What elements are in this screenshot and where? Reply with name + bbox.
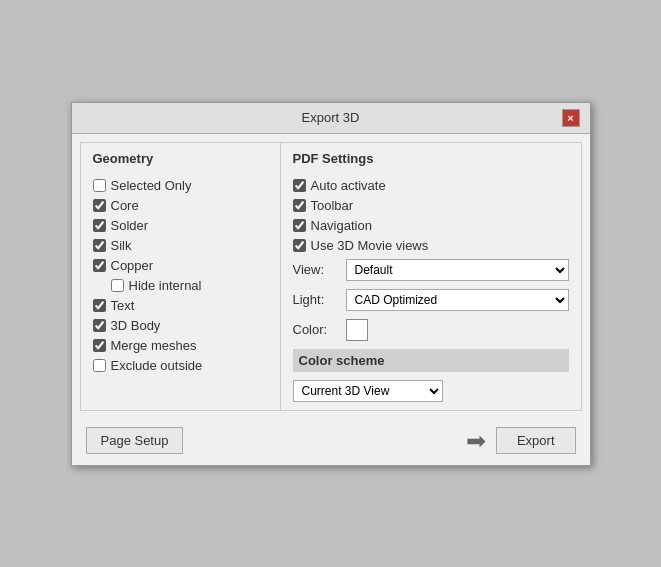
color-scheme-select[interactable]: Current 3D View KiCad Default	[293, 380, 443, 402]
exclude-outside-label: Exclude outside	[111, 358, 203, 373]
auto-activate-checkbox[interactable]	[293, 179, 306, 192]
color-scheme-section: Color scheme Current 3D View KiCad Defau…	[293, 349, 569, 402]
view-select[interactable]: Default Top Bottom Front Back Left Right	[346, 259, 569, 281]
pdf-settings-header: PDF Settings	[293, 151, 569, 170]
checkbox-text: Text	[93, 298, 268, 313]
core-label: Core	[111, 198, 139, 213]
checkbox-core: Core	[93, 198, 268, 213]
color-label: Color:	[293, 322, 338, 337]
close-button[interactable]: ×	[562, 109, 580, 127]
light-row: Light: CAD Optimized Headlamp White	[293, 289, 569, 311]
left-panel: Geometry Selected Only Core Solder Silk …	[81, 143, 281, 410]
checkbox-use-3d-movie: Use 3D Movie views	[293, 238, 569, 253]
checkbox-copper: Copper	[93, 258, 268, 273]
text-label: Text	[111, 298, 135, 313]
navigation-checkbox[interactable]	[293, 219, 306, 232]
export-3d-dialog: Export 3D × Geometry Selected Only Core …	[71, 102, 591, 466]
page-setup-button[interactable]: Page Setup	[86, 427, 184, 454]
use-3d-movie-checkbox[interactable]	[293, 239, 306, 252]
color-row: Color:	[293, 319, 569, 341]
export-button[interactable]: Export	[496, 427, 576, 454]
light-select[interactable]: CAD Optimized Headlamp White	[346, 289, 569, 311]
checkbox-merge-meshes: Merge meshes	[93, 338, 268, 353]
light-label: Light:	[293, 292, 338, 307]
right-panel: PDF Settings Auto activate Toolbar Navig…	[281, 143, 581, 410]
title-bar: Export 3D ×	[72, 103, 590, 134]
core-checkbox[interactable]	[93, 199, 106, 212]
3d-body-label: 3D Body	[111, 318, 161, 333]
text-checkbox[interactable]	[93, 299, 106, 312]
geometry-header: Geometry	[93, 151, 268, 170]
navigation-label: Navigation	[311, 218, 372, 233]
auto-activate-label: Auto activate	[311, 178, 386, 193]
checkbox-3d-body: 3D Body	[93, 318, 268, 333]
color-scheme-header: Color scheme	[293, 349, 569, 372]
checkbox-navigation: Navigation	[293, 218, 569, 233]
solder-label: Solder	[111, 218, 149, 233]
export-area: ➡ Export	[466, 427, 576, 455]
merge-meshes-label: Merge meshes	[111, 338, 197, 353]
checkbox-auto-activate: Auto activate	[293, 178, 569, 193]
footer: Page Setup ➡ Export	[72, 419, 590, 465]
hide-internal-checkbox[interactable]	[111, 279, 124, 292]
hide-internal-label: Hide internal	[129, 278, 202, 293]
solder-checkbox[interactable]	[93, 219, 106, 232]
dialog-title: Export 3D	[100, 110, 562, 125]
checkbox-exclude-outside: Exclude outside	[93, 358, 268, 373]
copper-label: Copper	[111, 258, 154, 273]
checkbox-selected-only: Selected Only	[93, 178, 268, 193]
silk-checkbox[interactable]	[93, 239, 106, 252]
exclude-outside-checkbox[interactable]	[93, 359, 106, 372]
silk-label: Silk	[111, 238, 132, 253]
main-content: Geometry Selected Only Core Solder Silk …	[80, 142, 582, 411]
arrow-right-icon: ➡	[466, 427, 486, 455]
merge-meshes-checkbox[interactable]	[93, 339, 106, 352]
view-label: View:	[293, 262, 338, 277]
selected-only-label: Selected Only	[111, 178, 192, 193]
checkbox-hide-internal: Hide internal	[111, 278, 268, 293]
checkbox-toolbar: Toolbar	[293, 198, 569, 213]
use-3d-movie-label: Use 3D Movie views	[311, 238, 429, 253]
toolbar-label: Toolbar	[311, 198, 354, 213]
checkbox-solder: Solder	[93, 218, 268, 233]
color-picker[interactable]	[346, 319, 368, 341]
view-row: View: Default Top Bottom Front Back Left…	[293, 259, 569, 281]
copper-checkbox[interactable]	[93, 259, 106, 272]
selected-only-checkbox[interactable]	[93, 179, 106, 192]
toolbar-checkbox[interactable]	[293, 199, 306, 212]
checkbox-silk: Silk	[93, 238, 268, 253]
3d-body-checkbox[interactable]	[93, 319, 106, 332]
